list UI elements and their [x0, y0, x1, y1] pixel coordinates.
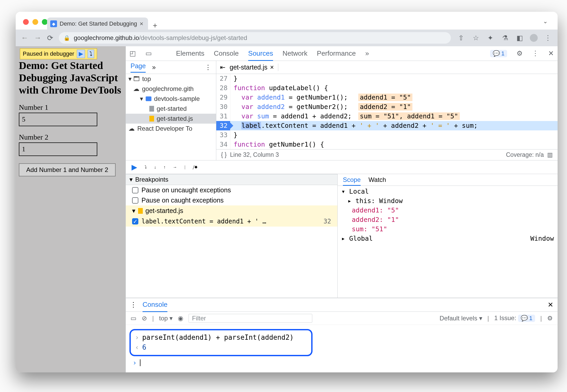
omnibox[interactable]: 🔒 googlechrome.github.io/devtools-sample…: [59, 32, 451, 44]
console-expression: parseInt(addend1) + parseInt(addend2): [142, 332, 294, 342]
coverage-status: Coverage: n/a: [506, 151, 544, 158]
pause-uncaught[interactable]: Pause on uncaught exceptions: [126, 185, 337, 195]
label-number2: Number 2: [19, 133, 122, 141]
drawer-close-icon[interactable]: ✕: [548, 301, 553, 309]
extensions-icon[interactable]: ✦: [486, 34, 495, 42]
nav-page[interactable]: Page: [131, 62, 146, 73]
tabs-menu-icon[interactable]: ⌄: [543, 18, 548, 25]
file-tab[interactable]: get-started.js ×: [230, 64, 278, 71]
devtools-menu-icon[interactable]: ⋮: [532, 49, 539, 57]
clear-console-icon[interactable]: ⊘: [142, 315, 147, 322]
nav-file-html[interactable]: get-started: [126, 104, 216, 114]
step-into-icon[interactable]: ↓: [154, 165, 156, 170]
add-button[interactable]: Add Number 1 and Number 2: [19, 163, 116, 176]
settings-icon[interactable]: ⚙: [517, 49, 523, 57]
live-expr-icon[interactable]: ◉: [178, 315, 183, 322]
scope-global[interactable]: ▸ GlobalWindow: [341, 234, 554, 243]
devtools-close-icon[interactable]: ✕: [548, 49, 554, 57]
deactivate-bp-icon[interactable]: ⧸◆: [193, 165, 198, 170]
inspect-icon[interactable]: ◰: [129, 49, 136, 57]
sidepanel-icon[interactable]: ◧: [515, 34, 524, 42]
step-over-mini-icon[interactable]: ⤵: [89, 50, 92, 57]
label-number1: Number 1: [19, 103, 122, 112]
breakpoints-header[interactable]: ▾ Breakpoints: [126, 174, 337, 185]
forward-button[interactable]: →: [34, 34, 41, 42]
scope-tab[interactable]: Scope: [343, 176, 361, 186]
tab-elements[interactable]: Elements: [176, 49, 204, 57]
drawer-menu-icon[interactable]: ⋮: [130, 301, 137, 309]
nav-folder[interactable]: ▾ devtools-sample: [126, 94, 216, 104]
tab-performance[interactable]: Performance: [317, 49, 356, 57]
tab-console[interactable]: Console: [214, 49, 239, 57]
tab-close-icon[interactable]: ×: [140, 20, 143, 27]
console-filter[interactable]: Filter: [189, 314, 312, 323]
bookmark-icon[interactable]: ☆: [471, 34, 480, 42]
tab-sources[interactable]: Sources: [248, 49, 273, 61]
resume-icon[interactable]: ▶: [79, 50, 83, 57]
issues-link[interactable]: 1 Issue: 💬 1: [494, 314, 535, 322]
highlighted-console: ›parseInt(addend1) + parseInt(addend2) ‹…: [129, 329, 313, 356]
log-levels[interactable]: Default levels ▾: [440, 315, 482, 322]
page-title: Demo: Get Started Debugging JavaScript w…: [19, 59, 122, 96]
traffic-min[interactable]: [32, 19, 38, 25]
browser-tab[interactable]: ◆ Demo: Get Started Debugging ×: [47, 18, 148, 30]
file-tab-close-icon[interactable]: ×: [270, 64, 274, 71]
drawer-console-tab[interactable]: Console: [143, 298, 167, 312]
tabs-overflow[interactable]: »: [365, 49, 369, 57]
new-tab-button[interactable]: +: [153, 21, 157, 30]
step-out-icon[interactable]: ↑: [163, 165, 166, 170]
number2-input[interactable]: [19, 142, 97, 156]
favicon-icon: ◆: [50, 20, 57, 27]
console-prompt[interactable]: ›: [126, 358, 558, 368]
profile-icon[interactable]: [530, 34, 538, 42]
context-selector[interactable]: top ▾: [159, 315, 173, 322]
cursor-position: Line 32, Column 3: [230, 151, 279, 158]
device-icon[interactable]: ▭: [145, 49, 152, 57]
nav-file-js[interactable]: get-started.js: [126, 114, 216, 124]
console-settings-icon[interactable]: ⚙: [547, 315, 553, 322]
paused-badge: Paused in debugger ▶ ⤵: [20, 48, 97, 59]
traffic-max[interactable]: [42, 19, 48, 25]
pause-caught[interactable]: Pause on caught exceptions: [126, 195, 337, 205]
step-over-icon[interactable]: ⤵: [145, 165, 147, 170]
step-icon[interactable]: →: [173, 165, 177, 170]
bp-file[interactable]: ▾ get-started.js: [126, 205, 337, 216]
nav-host[interactable]: ☁googlechrome.gith: [126, 84, 216, 94]
console-sidebar-icon[interactable]: ▭: [131, 315, 137, 322]
traffic-close[interactable]: [23, 19, 29, 25]
nav-top[interactable]: ▾ 🗔 top: [126, 74, 216, 84]
code-editor[interactable]: 27} 28function updateLabel() { 29 var ad…: [216, 74, 558, 149]
tab-title: Demo: Get Started Debugging: [60, 20, 137, 27]
nav-react-ext[interactable]: ☁React Developer To: [126, 124, 216, 134]
bp-line[interactable]: ✓label.textContent = addend1 + ' …32: [126, 216, 337, 227]
back-button[interactable]: ←: [21, 34, 28, 42]
nav-menu-icon[interactable]: ⋮: [205, 64, 211, 71]
resume-button[interactable]: ▶: [132, 163, 137, 171]
scope-local[interactable]: ▾ Local: [341, 187, 554, 196]
share-icon[interactable]: ⇧: [457, 34, 466, 42]
console-result: 6: [142, 342, 146, 352]
chrome-menu-icon[interactable]: ⋮: [543, 34, 552, 42]
labs-icon[interactable]: ⚗: [501, 34, 509, 42]
tab-network[interactable]: Network: [282, 49, 307, 57]
toggle-navigator-icon[interactable]: ⇤: [220, 64, 225, 71]
issues-chip[interactable]: 💬 1: [490, 50, 507, 57]
lock-icon: 🔒: [64, 35, 70, 41]
nav-overflow[interactable]: »: [152, 64, 156, 71]
watch-tab[interactable]: Watch: [368, 176, 386, 183]
reload-button[interactable]: ⟳: [47, 34, 53, 42]
number1-input[interactable]: [19, 113, 97, 126]
